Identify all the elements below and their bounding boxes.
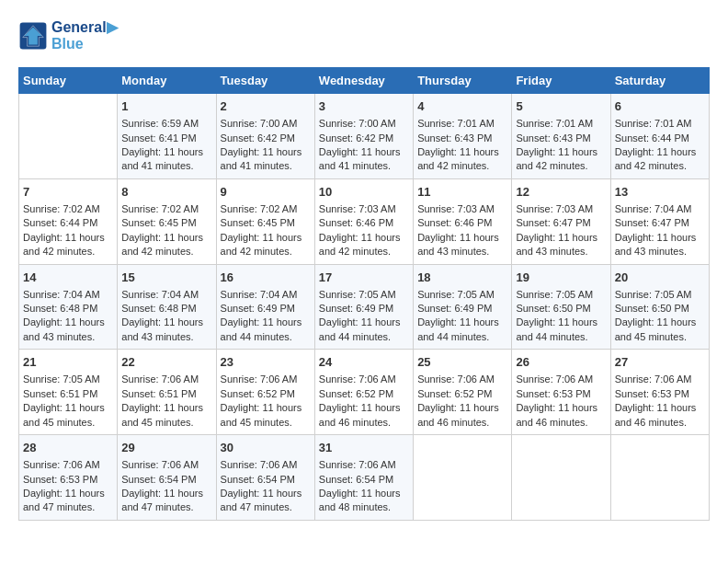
calendar-cell: 19Sunrise: 7:05 AMSunset: 6:50 PMDayligh… [512, 264, 610, 350]
daylight-text: Daylight: 11 hours and 41 minutes. [121, 146, 203, 171]
day-number: 11 [417, 184, 507, 201]
day-number: 28 [23, 440, 113, 456]
day-number: 4 [417, 98, 507, 115]
calendar-cell: 26Sunrise: 7:06 AMSunset: 6:53 PMDayligh… [512, 350, 610, 435]
calendar-cell: 1Sunrise: 6:59 AMSunset: 6:41 PMDaylight… [118, 94, 216, 179]
calendar-cell: 14Sunrise: 7:04 AMSunset: 6:48 PMDayligh… [19, 264, 118, 350]
daylight-text: Daylight: 11 hours and 42 minutes. [516, 146, 597, 171]
sunset-text: Sunset: 6:51 PM [23, 388, 97, 399]
daylight-text: Daylight: 11 hours and 42 minutes. [23, 232, 105, 257]
daylight-text: Daylight: 11 hours and 44 minutes. [417, 316, 499, 341]
day-number: 12 [516, 184, 606, 201]
daylight-text: Daylight: 11 hours and 43 minutes. [417, 232, 499, 257]
daylight-text: Daylight: 11 hours and 47 minutes. [121, 488, 203, 512]
daylight-text: Daylight: 11 hours and 46 minutes. [615, 402, 697, 427]
weekday-header-saturday: Saturday [610, 68, 709, 94]
day-number: 25 [417, 354, 507, 371]
calendar-cell: 8Sunrise: 7:02 AMSunset: 6:45 PMDaylight… [118, 178, 216, 264]
sunset-text: Sunset: 6:48 PM [121, 303, 196, 314]
daylight-text: Daylight: 11 hours and 43 minutes. [516, 232, 597, 257]
day-number: 3 [319, 98, 409, 115]
daylight-text: Daylight: 11 hours and 48 minutes. [319, 488, 401, 512]
calendar-cell: 25Sunrise: 7:06 AMSunset: 6:52 PMDayligh… [414, 350, 512, 435]
daylight-text: Daylight: 11 hours and 44 minutes. [221, 316, 302, 341]
daylight-text: Daylight: 11 hours and 43 minutes. [121, 316, 203, 341]
day-number: 26 [516, 354, 606, 371]
sunset-text: Sunset: 6:46 PM [319, 217, 393, 228]
sunrise-text: Sunrise: 7:06 AM [121, 373, 199, 385]
calendar-cell: 13Sunrise: 7:04 AMSunset: 6:47 PMDayligh… [610, 178, 709, 264]
daylight-text: Daylight: 11 hours and 43 minutes. [615, 232, 697, 257]
daylight-text: Daylight: 11 hours and 42 minutes. [319, 232, 401, 257]
calendar-cell: 31Sunrise: 7:06 AMSunset: 6:54 PMDayligh… [314, 435, 413, 521]
day-number: 17 [319, 270, 409, 286]
weekday-header-monday: Monday [118, 68, 216, 94]
sunrise-text: Sunrise: 7:06 AM [221, 459, 298, 470]
sunrise-text: Sunrise: 7:06 AM [615, 373, 692, 385]
daylight-text: Daylight: 11 hours and 42 minutes. [615, 146, 697, 171]
day-number: 30 [221, 440, 311, 456]
day-number: 5 [516, 98, 606, 115]
sunset-text: Sunset: 6:54 PM [121, 474, 196, 485]
calendar-cell: 4Sunrise: 7:01 AMSunset: 6:43 PMDaylight… [414, 94, 512, 179]
sunset-text: Sunset: 6:52 PM [417, 388, 492, 399]
logo: General▶ Blue [18, 18, 118, 52]
sunset-text: Sunset: 6:47 PM [615, 217, 689, 228]
sunset-text: Sunset: 6:52 PM [319, 388, 393, 399]
sunrise-text: Sunrise: 7:06 AM [121, 459, 199, 470]
sunset-text: Sunset: 6:45 PM [121, 217, 196, 228]
calendar-cell: 11Sunrise: 7:03 AMSunset: 6:46 PMDayligh… [414, 178, 512, 264]
sunrise-text: Sunrise: 7:01 AM [516, 118, 593, 129]
sunrise-text: Sunrise: 7:02 AM [221, 203, 298, 214]
daylight-text: Daylight: 11 hours and 44 minutes. [319, 316, 401, 341]
daylight-text: Daylight: 11 hours and 46 minutes. [319, 402, 401, 427]
sunset-text: Sunset: 6:44 PM [615, 132, 689, 144]
sunset-text: Sunset: 6:51 PM [121, 388, 196, 399]
daylight-text: Daylight: 11 hours and 45 minutes. [23, 402, 105, 427]
calendar-cell: 28Sunrise: 7:06 AMSunset: 6:53 PMDayligh… [19, 435, 118, 521]
sunset-text: Sunset: 6:41 PM [121, 132, 196, 144]
calendar-cell: 10Sunrise: 7:03 AMSunset: 6:46 PMDayligh… [314, 178, 413, 264]
daylight-text: Daylight: 11 hours and 41 minutes. [221, 146, 302, 171]
sunset-text: Sunset: 6:44 PM [23, 217, 97, 228]
weekday-header-tuesday: Tuesday [216, 68, 314, 94]
day-number: 15 [121, 270, 211, 286]
sunrise-text: Sunrise: 7:06 AM [23, 459, 100, 470]
weekday-header-sunday: Sunday [19, 68, 118, 94]
calendar-week-row: 1Sunrise: 6:59 AMSunset: 6:41 PMDaylight… [19, 94, 710, 179]
calendar-cell: 16Sunrise: 7:04 AMSunset: 6:49 PMDayligh… [216, 264, 314, 350]
sunset-text: Sunset: 6:49 PM [221, 303, 295, 314]
sunset-text: Sunset: 6:50 PM [516, 303, 590, 314]
daylight-text: Daylight: 11 hours and 47 minutes. [221, 488, 302, 512]
daylight-text: Daylight: 11 hours and 46 minutes. [417, 402, 499, 427]
weekday-header-friday: Friday [512, 68, 610, 94]
weekday-header-row: SundayMondayTuesdayWednesdayThursdayFrid… [19, 68, 710, 94]
sunrise-text: Sunrise: 7:01 AM [417, 118, 495, 129]
sunrise-text: Sunrise: 7:06 AM [516, 373, 593, 385]
calendar-cell [610, 435, 709, 521]
day-number: 27 [615, 354, 705, 371]
calendar-cell: 20Sunrise: 7:05 AMSunset: 6:50 PMDayligh… [610, 264, 709, 350]
page-header: General▶ Blue [18, 18, 710, 52]
calendar-cell: 15Sunrise: 7:04 AMSunset: 6:48 PMDayligh… [118, 264, 216, 350]
calendar-cell: 24Sunrise: 7:06 AMSunset: 6:52 PMDayligh… [314, 350, 413, 435]
sunrise-text: Sunrise: 7:02 AM [23, 203, 100, 214]
sunrise-text: Sunrise: 7:04 AM [221, 289, 298, 300]
sunset-text: Sunset: 6:50 PM [615, 303, 689, 314]
calendar-cell: 18Sunrise: 7:05 AMSunset: 6:49 PMDayligh… [414, 264, 512, 350]
sunrise-text: Sunrise: 7:03 AM [319, 203, 396, 214]
calendar-cell: 21Sunrise: 7:05 AMSunset: 6:51 PMDayligh… [19, 350, 118, 435]
sunset-text: Sunset: 6:42 PM [221, 132, 295, 144]
calendar-cell: 9Sunrise: 7:02 AMSunset: 6:45 PMDaylight… [216, 178, 314, 264]
day-number: 20 [615, 270, 705, 286]
sunset-text: Sunset: 6:54 PM [319, 474, 393, 485]
calendar-cell: 2Sunrise: 7:00 AMSunset: 6:42 PMDaylight… [216, 94, 314, 179]
calendar-cell: 17Sunrise: 7:05 AMSunset: 6:49 PMDayligh… [314, 264, 413, 350]
day-number: 23 [221, 354, 311, 371]
day-number: 14 [23, 270, 113, 286]
calendar-table: SundayMondayTuesdayWednesdayThursdayFrid… [18, 67, 710, 521]
calendar-week-row: 14Sunrise: 7:04 AMSunset: 6:48 PMDayligh… [19, 264, 710, 350]
sunset-text: Sunset: 6:42 PM [319, 132, 393, 144]
day-number: 29 [121, 440, 211, 456]
sunset-text: Sunset: 6:43 PM [417, 132, 492, 144]
